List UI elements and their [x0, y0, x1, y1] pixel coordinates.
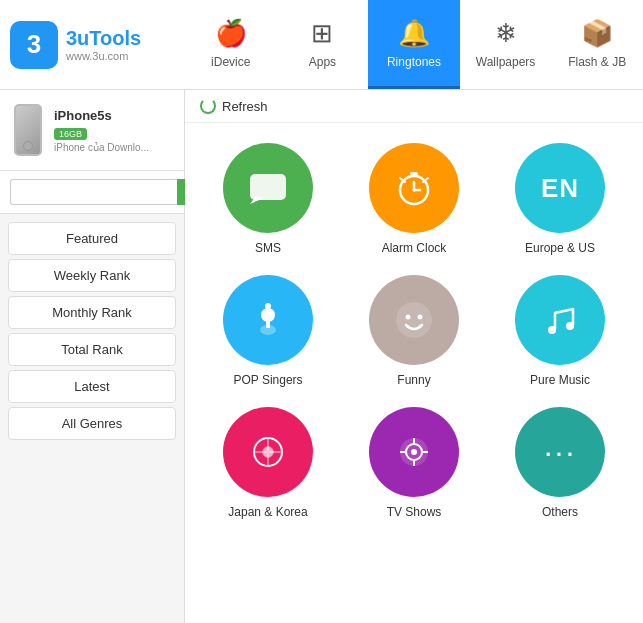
ringtone-pop[interactable]: POP Singers	[200, 275, 336, 387]
tab-ringtones[interactable]: 🔔 Ringtones	[368, 0, 460, 89]
sidebar-item-weekly[interactable]: Weekly Rank	[8, 259, 176, 292]
sidebar-item-allgenres[interactable]: All Genres	[8, 407, 176, 440]
svg-rect-0	[250, 174, 286, 200]
sidebar-item-featured[interactable]: Featured	[8, 222, 176, 255]
ringtone-pop-icon	[223, 275, 313, 365]
ringtone-japan-icon	[223, 407, 313, 497]
sidebar: iPhone5s 16GB iPhone của Downlo... Searc…	[0, 90, 185, 623]
idevice-icon: 🍎	[215, 18, 247, 49]
ringtone-tv-label: TV Shows	[387, 505, 442, 519]
ringtones-grid: SMS Alarm Clock EN Europe & US POP Singe…	[185, 123, 643, 539]
ringtone-alarm-icon	[369, 143, 459, 233]
tab-apps[interactable]: ⊞ Apps	[277, 0, 369, 89]
tab-idevice[interactable]: 🍎 iDevice	[185, 0, 277, 89]
svg-point-21	[411, 449, 417, 455]
wallpapers-icon: ❄	[495, 18, 517, 49]
apps-icon: ⊞	[311, 18, 333, 49]
ringtone-music-icon	[515, 275, 605, 365]
flash-icon: 📦	[581, 18, 613, 49]
ringtone-tv-icon	[369, 407, 459, 497]
device-description: iPhone của Downlo...	[54, 142, 164, 153]
ringtone-others-label: Others	[542, 505, 578, 519]
svg-point-13	[406, 315, 411, 320]
svg-rect-8	[410, 172, 418, 175]
ringtone-japan-label: Japan & Korea	[228, 505, 307, 519]
logo-icon: 3	[10, 21, 58, 69]
refresh-label[interactable]: Refresh	[222, 99, 268, 114]
logo-text: 3uTools www.3u.com	[66, 27, 141, 62]
ringtone-others[interactable]: ··· Others	[492, 407, 628, 519]
device-details: iPhone5s 16GB iPhone của Downlo...	[54, 108, 174, 153]
ringtone-tv[interactable]: TV Shows	[346, 407, 482, 519]
ringtone-europe-icon: EN	[515, 143, 605, 233]
main: iPhone5s 16GB iPhone của Downlo... Searc…	[0, 90, 643, 623]
svg-point-15	[548, 326, 556, 334]
tab-flash-label: Flash & JB	[568, 55, 626, 69]
device-info: iPhone5s 16GB iPhone của Downlo...	[0, 90, 184, 171]
sidebar-item-latest[interactable]: Latest	[8, 370, 176, 403]
sidebar-item-monthly[interactable]: Monthly Rank	[8, 296, 176, 329]
ringtone-alarm-label: Alarm Clock	[382, 241, 447, 255]
tab-ringtones-label: Ringtones	[387, 55, 441, 69]
ringtone-music-label: Pure Music	[530, 373, 590, 387]
svg-point-16	[566, 322, 574, 330]
sidebar-item-total[interactable]: Total Rank	[8, 333, 176, 366]
ringtone-funny[interactable]: Funny	[346, 275, 482, 387]
search-input[interactable]	[10, 179, 177, 205]
nav-tabs: 🍎 iDevice ⊞ Apps 🔔 Ringtones ❄ Wallpaper…	[185, 0, 643, 89]
search-section: Search	[0, 171, 184, 214]
ringtone-others-icon: ···	[515, 407, 605, 497]
ringtone-sms-icon	[223, 143, 313, 233]
device-icon	[10, 102, 46, 158]
ringtone-funny-icon	[369, 275, 459, 365]
header: 3 3uTools www.3u.com 🍎 iDevice ⊞ Apps 🔔 …	[0, 0, 643, 90]
app-name: 3uTools	[66, 27, 141, 50]
ringtones-icon: 🔔	[398, 18, 430, 49]
svg-point-5	[413, 189, 416, 192]
tab-flash[interactable]: 📦 Flash & JB	[551, 0, 643, 89]
device-storage-badge: 16GB	[54, 128, 87, 140]
svg-rect-10	[266, 322, 270, 328]
tab-wallpapers-label: Wallpapers	[476, 55, 536, 69]
device-name: iPhone5s	[54, 108, 174, 123]
svg-point-11	[265, 303, 271, 309]
logo-section: 3 3uTools www.3u.com	[0, 21, 185, 69]
ringtone-sms[interactable]: SMS	[200, 143, 336, 255]
tab-apps-label: Apps	[309, 55, 336, 69]
tab-wallpapers[interactable]: ❄ Wallpapers	[460, 0, 552, 89]
refresh-icon	[200, 98, 216, 114]
refresh-bar: Refresh	[185, 90, 643, 123]
svg-point-12	[396, 302, 432, 338]
ringtone-alarm[interactable]: Alarm Clock	[346, 143, 482, 255]
app-url: www.3u.com	[66, 50, 141, 62]
content-area: Refresh SMS Alarm Clock EN Europe & US	[185, 90, 643, 623]
ringtone-pop-label: POP Singers	[233, 373, 302, 387]
ringtone-sms-label: SMS	[255, 241, 281, 255]
ringtone-japan[interactable]: Japan & Korea	[200, 407, 336, 519]
ringtone-funny-label: Funny	[397, 373, 430, 387]
ringtone-europe-label: Europe & US	[525, 241, 595, 255]
svg-point-14	[418, 315, 423, 320]
device-image	[14, 104, 42, 156]
sidebar-menu: Featured Weekly Rank Monthly Rank Total …	[0, 214, 184, 448]
tab-idevice-label: iDevice	[211, 55, 250, 69]
ringtone-music[interactable]: Pure Music	[492, 275, 628, 387]
ringtone-europe[interactable]: EN Europe & US	[492, 143, 628, 255]
